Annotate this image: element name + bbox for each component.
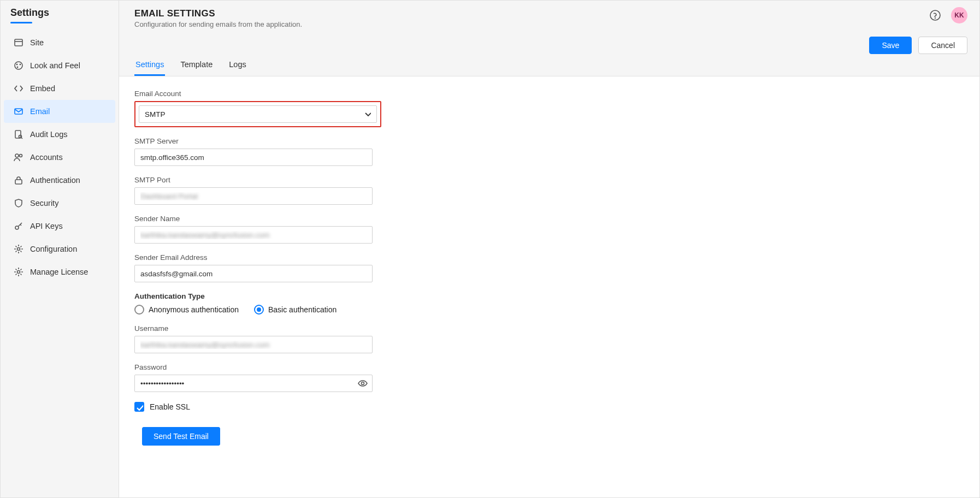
field-username: Username [134, 324, 964, 353]
enable-ssl-label: Enable SSL [150, 402, 190, 411]
tab-logs[interactable]: Logs [228, 55, 247, 76]
paint-icon [14, 61, 23, 70]
sender-email-input[interactable] [134, 265, 373, 282]
save-button[interactable]: Save [869, 37, 912, 54]
field-password: Password [134, 363, 964, 392]
sidebar-item-audit-logs[interactable]: Audit Logs [4, 123, 115, 146]
sidebar-item-label: Accounts [30, 153, 63, 162]
avatar[interactable]: KK [951, 7, 967, 23]
smtp-server-input[interactable] [134, 149, 373, 166]
auth-type-label: Authentication Type [134, 292, 964, 300]
code-icon [14, 84, 23, 93]
sidebar-item-label: Audit Logs [30, 130, 68, 139]
radio-unchecked-icon [134, 305, 144, 315]
password-input[interactable] [134, 375, 373, 392]
sidebar-item-email[interactable]: Email [4, 100, 115, 123]
sidebar-item-label: Configuration [30, 245, 77, 253]
sidebar-item-embed[interactable]: Embed [4, 77, 115, 100]
send-test-email-button[interactable]: Send Test Email [142, 427, 220, 446]
email-account-label: Email Account [134, 90, 964, 98]
password-label: Password [134, 363, 964, 371]
app-root: Settings Site Look and Feel Embed Email … [0, 0, 980, 498]
key-icon [14, 221, 23, 231]
highlight-box: SMTP [134, 101, 381, 127]
tab-template[interactable]: Template [179, 55, 214, 76]
field-smtp-server: SMTP Server [134, 137, 964, 166]
radio-basic-label: Basic authentication [268, 305, 336, 314]
sidebar-item-site[interactable]: Site [4, 31, 115, 54]
sidebar-item-label: Embed [30, 84, 55, 93]
email-account-select[interactable]: SMTP [139, 105, 377, 123]
form-area: Email Account SMTP SMTP Server SMTP Port [119, 76, 979, 497]
field-sender-email: Sender Email Address [134, 253, 964, 282]
sidebar-item-label: Security [30, 199, 58, 208]
sidebar-title-underline [10, 22, 32, 23]
main: EMAIL SETTINGS Configuration for sending… [119, 1, 979, 497]
sidebar-item-configuration[interactable]: Configuration [4, 238, 115, 260]
cancel-button[interactable]: Cancel [918, 37, 967, 54]
sidebar-item-security[interactable]: Security [4, 192, 115, 215]
mail-icon [14, 106, 23, 116]
sidebar: Settings Site Look and Feel Embed Email … [1, 1, 119, 497]
field-smtp-port: SMTP Port [134, 176, 964, 205]
sidebar-item-authentication[interactable]: Authentication [4, 169, 115, 192]
radio-basic-auth[interactable]: Basic authentication [254, 305, 336, 315]
field-email-account: Email Account SMTP [134, 90, 964, 127]
sidebar-title: Settings [1, 7, 119, 22]
shield-icon [14, 198, 23, 208]
header: EMAIL SETTINGS Configuration for sending… [119, 1, 979, 76]
sender-name-input[interactable] [134, 226, 373, 244]
browser-icon [14, 38, 23, 48]
header-actions: Save Cancel [869, 37, 967, 54]
sidebar-item-label: API Keys [30, 222, 63, 230]
smtp-port-input[interactable] [134, 187, 373, 205]
sidebar-item-label: Authentication [30, 176, 80, 185]
sidebar-item-label: Email [30, 107, 50, 116]
sender-email-label: Sender Email Address [134, 253, 964, 262]
header-right: KK [929, 7, 967, 23]
username-input[interactable] [134, 336, 373, 353]
enable-ssl-checkbox[interactable] [134, 402, 144, 412]
smtp-port-label: SMTP Port [134, 176, 964, 184]
sidebar-item-label: Manage License [30, 268, 88, 276]
eye-icon[interactable] [357, 378, 368, 389]
gear-icon [14, 267, 23, 277]
file-search-icon [14, 129, 23, 139]
sidebar-item-manage-license[interactable]: Manage License [4, 260, 115, 283]
tab-settings[interactable]: Settings [134, 55, 165, 76]
sidebar-item-label: Look and Feel [30, 61, 80, 70]
radio-anonymous-auth[interactable]: Anonymous authentication [134, 305, 239, 315]
sidebar-item-api-keys[interactable]: API Keys [4, 215, 115, 238]
field-enable-ssl: Enable SSL [134, 402, 964, 412]
radio-anonymous-label: Anonymous authentication [149, 305, 239, 314]
username-label: Username [134, 324, 964, 333]
radio-checked-icon [254, 305, 264, 315]
sidebar-item-look-and-feel[interactable]: Look and Feel [4, 54, 115, 77]
chevron-down-icon [363, 110, 371, 119]
sidebar-item-label: Site [30, 38, 44, 47]
help-icon[interactable] [929, 9, 941, 21]
field-auth-type: Authentication Type Anonymous authentica… [134, 292, 964, 315]
send-test-row: Send Test Email [134, 427, 964, 446]
field-sender-name: Sender Name [134, 215, 964, 244]
sender-name-label: Sender Name [134, 215, 964, 223]
sidebar-item-accounts[interactable]: Accounts [4, 146, 115, 169]
tabs: Settings Template Logs [134, 55, 964, 76]
gear-icon [14, 244, 23, 254]
page-title: EMAIL SETTINGS [134, 8, 302, 19]
lock-icon [14, 175, 23, 185]
users-icon [14, 152, 23, 162]
page-subtitle: Configuration for sending emails from th… [134, 20, 302, 28]
email-account-value: SMTP [145, 110, 166, 118]
smtp-server-label: SMTP Server [134, 137, 964, 145]
